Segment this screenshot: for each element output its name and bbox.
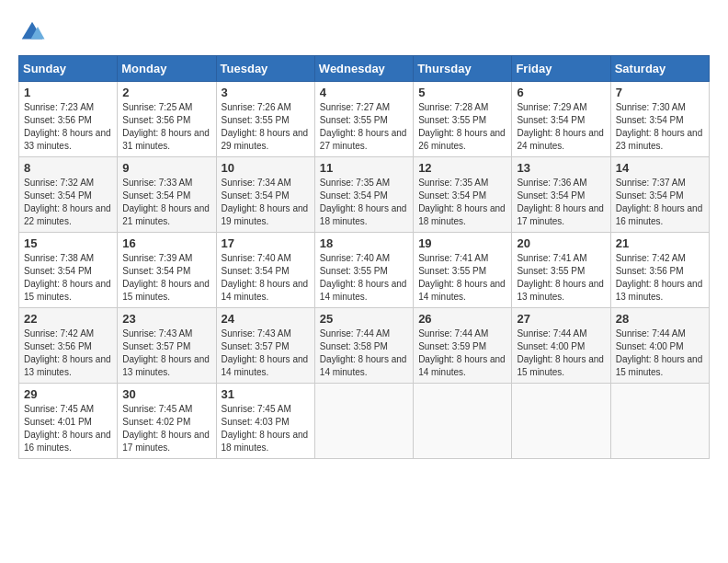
- day-number: 19: [418, 236, 506, 250]
- col-header-saturday: Saturday: [610, 56, 709, 82]
- day-number: 16: [122, 236, 210, 250]
- day-number: 10: [222, 161, 310, 175]
- day-info: Sunrise: 7:37 AMSunset: 3:54 PMDaylight:…: [616, 177, 704, 228]
- day-info: Sunrise: 7:39 AMSunset: 3:54 PMDaylight:…: [122, 252, 210, 304]
- day-info: Sunrise: 7:30 AMSunset: 3:54 PMDaylight:…: [616, 101, 704, 153]
- day-number: 25: [320, 312, 408, 326]
- day-info: Sunrise: 7:43 AMSunset: 3:57 PMDaylight:…: [222, 327, 310, 379]
- day-number: 13: [517, 161, 605, 175]
- day-number: 8: [24, 161, 112, 175]
- day-cell: 29Sunrise: 7:45 AMSunset: 4:01 PMDayligh…: [19, 384, 118, 459]
- day-number: 29: [24, 387, 112, 401]
- day-info: Sunrise: 7:32 AMSunset: 3:54 PMDaylight:…: [24, 177, 112, 228]
- calendar-table: SundayMondayTuesdayWednesdayThursdayFrid…: [18, 55, 710, 459]
- day-cell: 30Sunrise: 7:45 AMSunset: 4:02 PMDayligh…: [118, 384, 216, 459]
- day-cell: 26Sunrise: 7:44 AMSunset: 3:59 PMDayligh…: [414, 308, 512, 384]
- day-cell: 7Sunrise: 7:30 AMSunset: 3:54 PMDaylight…: [610, 82, 709, 157]
- day-number: 24: [222, 312, 310, 326]
- day-number: 27: [517, 312, 605, 326]
- day-number: 22: [24, 312, 112, 326]
- day-cell: 2Sunrise: 7:25 AMSunset: 3:56 PMDaylight…: [118, 82, 216, 157]
- day-info: Sunrise: 7:26 AMSunset: 3:55 PMDaylight:…: [222, 101, 310, 153]
- day-info: Sunrise: 7:28 AMSunset: 3:55 PMDaylight:…: [418, 101, 506, 153]
- day-cell: [512, 384, 610, 459]
- day-cell: 15Sunrise: 7:38 AMSunset: 3:54 PMDayligh…: [19, 233, 118, 308]
- day-cell: 31Sunrise: 7:45 AMSunset: 4:03 PMDayligh…: [216, 384, 314, 459]
- day-cell: 10Sunrise: 7:34 AMSunset: 3:54 PMDayligh…: [216, 157, 314, 233]
- day-number: 14: [616, 161, 704, 175]
- day-info: Sunrise: 7:23 AMSunset: 3:56 PMDaylight:…: [24, 101, 112, 153]
- day-info: Sunrise: 7:41 AMSunset: 3:55 PMDaylight:…: [517, 252, 605, 304]
- day-info: Sunrise: 7:35 AMSunset: 3:54 PMDaylight:…: [320, 177, 408, 228]
- day-number: 23: [122, 312, 210, 326]
- day-info: Sunrise: 7:41 AMSunset: 3:55 PMDaylight:…: [418, 252, 506, 304]
- day-info: Sunrise: 7:43 AMSunset: 3:57 PMDaylight:…: [122, 327, 210, 379]
- day-number: 17: [222, 236, 310, 250]
- day-cell: 17Sunrise: 7:40 AMSunset: 3:54 PMDayligh…: [216, 233, 314, 308]
- day-number: 18: [320, 236, 408, 250]
- day-info: Sunrise: 7:40 AMSunset: 3:54 PMDaylight:…: [222, 252, 310, 304]
- day-cell: 4Sunrise: 7:27 AMSunset: 3:55 PMDaylight…: [314, 82, 413, 157]
- day-info: Sunrise: 7:29 AMSunset: 3:54 PMDaylight:…: [517, 101, 605, 153]
- col-header-tuesday: Tuesday: [216, 56, 314, 82]
- col-header-monday: Monday: [118, 56, 216, 82]
- day-info: Sunrise: 7:40 AMSunset: 3:55 PMDaylight:…: [320, 252, 408, 304]
- day-cell: 9Sunrise: 7:33 AMSunset: 3:54 PMDaylight…: [118, 157, 216, 233]
- day-info: Sunrise: 7:27 AMSunset: 3:55 PMDaylight:…: [320, 101, 408, 153]
- page-header: [18, 18, 710, 46]
- day-info: Sunrise: 7:42 AMSunset: 3:56 PMDaylight:…: [616, 252, 704, 304]
- day-cell: [314, 384, 413, 459]
- day-cell: 8Sunrise: 7:32 AMSunset: 3:54 PMDaylight…: [19, 157, 118, 233]
- day-cell: 28Sunrise: 7:44 AMSunset: 4:00 PMDayligh…: [610, 308, 709, 384]
- day-number: 20: [517, 236, 605, 250]
- logo: [18, 18, 50, 46]
- day-cell: 21Sunrise: 7:42 AMSunset: 3:56 PMDayligh…: [610, 233, 709, 308]
- col-header-wednesday: Wednesday: [314, 56, 413, 82]
- day-cell: [610, 384, 709, 459]
- day-cell: 18Sunrise: 7:40 AMSunset: 3:55 PMDayligh…: [314, 233, 413, 308]
- col-header-thursday: Thursday: [414, 56, 512, 82]
- day-number: 7: [616, 86, 704, 99]
- day-number: 28: [616, 312, 704, 326]
- day-cell: 1Sunrise: 7:23 AMSunset: 3:56 PMDaylight…: [19, 82, 118, 157]
- logo-icon: [18, 18, 46, 46]
- day-info: Sunrise: 7:35 AMSunset: 3:54 PMDaylight:…: [418, 177, 506, 228]
- day-info: Sunrise: 7:45 AMSunset: 4:01 PMDaylight:…: [24, 403, 112, 454]
- day-number: 1: [24, 86, 112, 99]
- day-info: Sunrise: 7:44 AMSunset: 3:59 PMDaylight:…: [418, 327, 506, 379]
- day-info: Sunrise: 7:38 AMSunset: 3:54 PMDaylight:…: [24, 252, 112, 304]
- day-cell: 11Sunrise: 7:35 AMSunset: 3:54 PMDayligh…: [314, 157, 413, 233]
- day-number: 2: [122, 86, 210, 99]
- week-row-4: 22Sunrise: 7:42 AMSunset: 3:56 PMDayligh…: [19, 308, 710, 384]
- day-info: Sunrise: 7:45 AMSunset: 4:03 PMDaylight:…: [222, 403, 310, 454]
- day-info: Sunrise: 7:44 AMSunset: 4:00 PMDaylight:…: [616, 327, 704, 379]
- day-cell: 24Sunrise: 7:43 AMSunset: 3:57 PMDayligh…: [216, 308, 314, 384]
- day-cell: 25Sunrise: 7:44 AMSunset: 3:58 PMDayligh…: [314, 308, 413, 384]
- day-number: 4: [320, 86, 408, 99]
- week-row-3: 15Sunrise: 7:38 AMSunset: 3:54 PMDayligh…: [19, 233, 710, 308]
- day-cell: 3Sunrise: 7:26 AMSunset: 3:55 PMDaylight…: [216, 82, 314, 157]
- day-info: Sunrise: 7:33 AMSunset: 3:54 PMDaylight:…: [122, 177, 210, 228]
- day-cell: 22Sunrise: 7:42 AMSunset: 3:56 PMDayligh…: [19, 308, 118, 384]
- week-row-1: 1Sunrise: 7:23 AMSunset: 3:56 PMDaylight…: [19, 82, 710, 157]
- day-info: Sunrise: 7:45 AMSunset: 4:02 PMDaylight:…: [122, 403, 210, 454]
- day-cell: 23Sunrise: 7:43 AMSunset: 3:57 PMDayligh…: [118, 308, 216, 384]
- day-info: Sunrise: 7:25 AMSunset: 3:56 PMDaylight:…: [122, 101, 210, 153]
- col-header-sunday: Sunday: [19, 56, 118, 82]
- day-number: 15: [24, 236, 112, 250]
- day-cell: 19Sunrise: 7:41 AMSunset: 3:55 PMDayligh…: [414, 233, 512, 308]
- day-number: 26: [418, 312, 506, 326]
- day-number: 9: [122, 161, 210, 175]
- day-cell: 6Sunrise: 7:29 AMSunset: 3:54 PMDaylight…: [512, 82, 610, 157]
- day-info: Sunrise: 7:34 AMSunset: 3:54 PMDaylight:…: [222, 177, 310, 228]
- day-info: Sunrise: 7:36 AMSunset: 3:54 PMDaylight:…: [517, 177, 605, 228]
- day-number: 12: [418, 161, 506, 175]
- day-cell: 12Sunrise: 7:35 AMSunset: 3:54 PMDayligh…: [414, 157, 512, 233]
- day-cell: 27Sunrise: 7:44 AMSunset: 4:00 PMDayligh…: [512, 308, 610, 384]
- week-row-5: 29Sunrise: 7:45 AMSunset: 4:01 PMDayligh…: [19, 384, 710, 459]
- day-cell: 14Sunrise: 7:37 AMSunset: 3:54 PMDayligh…: [610, 157, 709, 233]
- day-number: 6: [517, 86, 605, 99]
- day-number: 11: [320, 161, 408, 175]
- col-header-friday: Friday: [512, 56, 610, 82]
- day-number: 3: [222, 86, 310, 99]
